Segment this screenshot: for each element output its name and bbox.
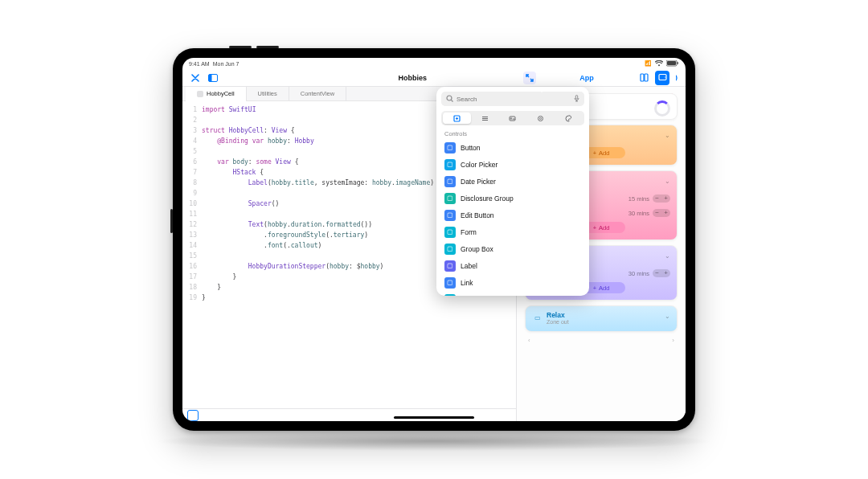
preview-device-button[interactable]: [655, 71, 669, 85]
file-tab-contentview[interactable]: ContentView: [289, 87, 346, 101]
library-item-disclosure-group[interactable]: ▢Disclosure Group: [436, 190, 589, 207]
scope-snippets[interactable]: [499, 113, 527, 124]
library-item-label: Disclosure Group: [461, 194, 514, 203]
home-indicator[interactable]: [394, 416, 474, 419]
library-item-label[interactable]: ▢Label: [436, 257, 589, 274]
screen: 9:41 AM Mon Jun 7 📶: [182, 58, 686, 421]
hobby-duration: 15 mins: [628, 195, 649, 203]
editor-footer: [182, 408, 516, 421]
status-time: 9:41 AM: [189, 61, 210, 67]
chevron-down-icon[interactable]: ⌄: [665, 313, 670, 320]
enter-fullscreen-button[interactable]: [523, 72, 536, 84]
svg-rect-11: [575, 95, 577, 99]
library-item-label: List: [461, 296, 471, 297]
stepper-minus[interactable]: −: [653, 194, 661, 203]
plus-icon: +: [593, 285, 596, 292]
chevron-down-icon[interactable]: ⌄: [665, 132, 670, 139]
sidebar-toggle-button[interactable]: [207, 72, 219, 84]
card-subtitle: Zone out: [547, 319, 569, 325]
library-item-icon: ▢: [444, 210, 456, 221]
library-item-link[interactable]: ▢Link: [436, 274, 589, 291]
stepper-minus[interactable]: −: [653, 269, 661, 277]
file-tab-hobbycell[interactable]: HobbyCell: [186, 87, 247, 101]
library-item-icon: ▢: [444, 176, 456, 187]
chevron-down-icon[interactable]: ⌄: [665, 178, 670, 185]
search-icon: [446, 95, 453, 104]
svg-point-9: [665, 76, 665, 77]
library-item-icon: ▢: [444, 159, 456, 170]
library-item-label: Label: [461, 262, 477, 270]
scope-media[interactable]: [526, 113, 555, 124]
scope-modifiers[interactable]: [471, 113, 499, 124]
library-section-title: Controls: [436, 129, 589, 139]
stepper-plus[interactable]: +: [661, 194, 670, 203]
preview-title[interactable]: App: [579, 74, 594, 82]
svg-rect-7: [645, 74, 648, 81]
svg-rect-1: [667, 61, 676, 65]
wifi-icon: [655, 60, 663, 68]
library-item-icon: ▢: [444, 277, 456, 289]
add-label: Add: [599, 224, 609, 231]
svg-point-14: [511, 117, 513, 119]
library-item-color-picker[interactable]: ▢Color Picker: [436, 156, 589, 173]
library-search-input[interactable]: [457, 96, 571, 103]
library-item-label: Date Picker: [461, 178, 496, 186]
svg-point-16: [540, 117, 542, 119]
cellular-icon: 📶: [645, 60, 652, 67]
close-button[interactable]: [189, 72, 202, 84]
hobby-duration: 30 mins: [628, 210, 649, 217]
library-item-group-box[interactable]: ▢Group Box: [436, 240, 589, 257]
library-item-icon: ▢: [444, 244, 456, 255]
pager: ‹ ›: [525, 337, 678, 344]
hobby-stepper[interactable]: −+: [653, 194, 670, 203]
preview-toolbar: App: [517, 69, 676, 87]
svg-rect-4: [209, 75, 212, 81]
library-item-label: Form: [461, 228, 477, 236]
ipad-frame: 9:41 AM Mon Jun 7 📶: [173, 48, 695, 431]
stepper-plus[interactable]: +: [661, 209, 670, 217]
library-item-icon: ▢: [444, 294, 456, 297]
settings-button[interactable]: [637, 72, 650, 84]
library-item-label: Color Picker: [461, 161, 497, 169]
prev-page-button[interactable]: ‹: [528, 337, 530, 344]
stepper-minus[interactable]: −: [653, 209, 661, 217]
hobby-card-blue[interactable]: ⌄▭RelaxZone out: [525, 305, 678, 332]
library-item-date-picker[interactable]: ▢Date Picker: [436, 173, 589, 190]
library-item-icon: ▢: [444, 227, 456, 238]
dictation-icon[interactable]: [574, 95, 579, 104]
library-item-label: Link: [461, 279, 473, 287]
add-label: Add: [599, 285, 609, 292]
accessory-button[interactable]: [187, 410, 199, 421]
svg-point-15: [538, 116, 543, 121]
file-tab-label: HobbyCell: [207, 90, 235, 97]
battery-icon: [666, 60, 679, 68]
card-icon: ▭: [532, 313, 543, 324]
status-bar: 9:41 AM Mon Jun 7 📶: [182, 58, 686, 69]
chevron-down-icon[interactable]: ⌄: [665, 252, 670, 260]
library-item-form[interactable]: ▢Form: [436, 223, 589, 240]
next-page-button[interactable]: ›: [672, 337, 674, 344]
svg-rect-6: [641, 74, 644, 81]
project-title: Hobbies: [398, 74, 427, 82]
close-tab-icon[interactable]: [197, 91, 203, 97]
library-search[interactable]: [441, 92, 584, 106]
hobby-stepper[interactable]: −+: [653, 269, 670, 277]
scope-color[interactable]: [555, 113, 583, 124]
scope-views[interactable]: [443, 113, 471, 124]
library-item-edit-button[interactable]: ▢Edit Button: [436, 207, 589, 223]
file-tab-label: Utilities: [258, 90, 277, 97]
card-title: Relax: [547, 311, 569, 319]
library-popover: Controls ▢Button▢Color Picker▢Date Picke…: [436, 87, 589, 296]
line-gutter: 12345678910111213141516171819: [182, 101, 200, 408]
file-tab-utilities[interactable]: Utilities: [247, 87, 289, 101]
hobby-duration: 30 mins: [628, 270, 649, 277]
add-label: Add: [599, 149, 609, 157]
stepper-plus[interactable]: +: [661, 269, 670, 277]
library-item-label: Button: [461, 144, 481, 152]
library-scopes[interactable]: [441, 111, 584, 125]
hobby-stepper[interactable]: −+: [653, 209, 670, 217]
library-item-button[interactable]: ▢Button: [436, 139, 589, 156]
library-item-list[interactable]: ▢List: [436, 291, 589, 296]
library-item-label: Group Box: [461, 245, 493, 253]
svg-rect-2: [678, 62, 678, 64]
